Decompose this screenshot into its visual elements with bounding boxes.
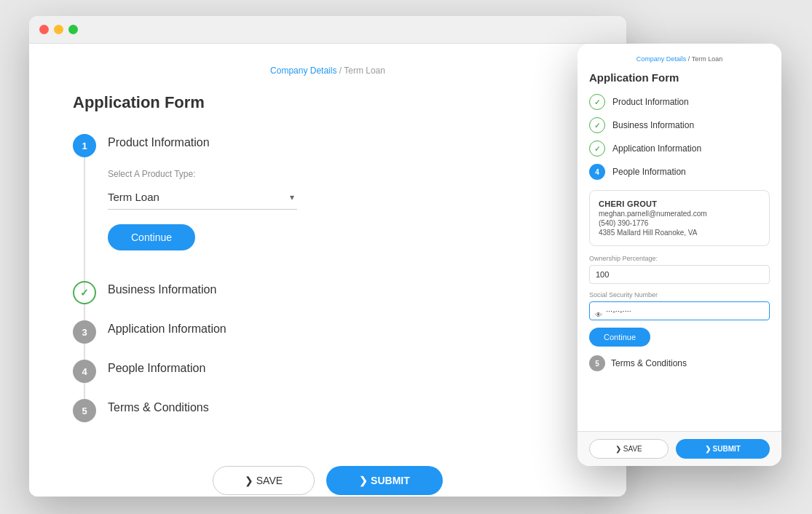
mobile-step-indicator-4: 4	[589, 164, 605, 180]
step-3: 3 Application Information	[73, 319, 583, 344]
mobile-page-title: Application Form	[589, 71, 770, 84]
mobile-step-label-1: Product Information	[612, 97, 689, 107]
mobile-submit-button[interactable]: ❯ SUBMIT	[676, 439, 770, 459]
bottom-buttons: ❯ SAVE ❯ SUBMIT	[73, 466, 583, 495]
step-indicator-5: 5	[73, 399, 96, 422]
person-address: 4385 Mallard Hill Roanoke, VA	[599, 229, 760, 237]
mobile-step-4: 4 People Information	[589, 164, 770, 180]
mobile-browser-window: Company Details / Term Loan Application …	[578, 44, 781, 466]
maximize-button[interactable]	[68, 25, 78, 34]
submit-button[interactable]: ❯ SUBMIT	[326, 466, 443, 495]
breadcrumb: Company Details / Term Loan	[73, 66, 583, 76]
step-title-5: Terms & Conditions	[108, 398, 209, 414]
product-type-select-wrapper: Term Loan Line of Credit SBA Loan ▾	[108, 185, 297, 210]
steps-container: 1 Product Information Select A Product T…	[73, 133, 583, 437]
mobile-breadcrumb: Company Details / Term Loan	[589, 55, 770, 63]
mobile-step-label-2: Business Information	[612, 120, 694, 130]
person-card[interactable]: CHERI GROUT meghan.parnell@numerated.com…	[589, 190, 770, 246]
mobile-breadcrumb-separator: /	[686, 55, 691, 63]
step-wrapper-2: ✓ Business Information	[73, 280, 583, 319]
step-4: 4 People Information	[73, 358, 583, 383]
mobile-step-5: 5 Terms & Conditions	[589, 355, 770, 371]
mobile-continue-button[interactable]: Continue	[589, 328, 650, 347]
mobile-step-label-4: People Information	[612, 167, 686, 177]
step-wrapper-4: 4 People Information	[73, 358, 583, 398]
eye-off-icon: 👁	[595, 311, 602, 319]
check-icon: ✓	[80, 287, 89, 298]
breadcrumb-separator: /	[336, 66, 344, 76]
browser-content: Company Details / Term Loan Application …	[29, 44, 626, 497]
step-2: ✓ Business Information	[73, 280, 583, 304]
mobile-step-indicator-2: ✓	[589, 117, 605, 133]
mobile-step-label-5: Terms & Conditions	[611, 358, 687, 368]
mobile-step-2: ✓ Business Information	[589, 117, 770, 133]
step-title-2: Business Information	[108, 280, 216, 296]
mobile-step-indicator-3: ✓	[589, 141, 605, 157]
mobile-content: Company Details / Term Loan Application …	[578, 44, 781, 431]
browser-titlebar	[29, 16, 626, 44]
breadcrumb-current: Term Loan	[344, 66, 385, 76]
product-type-select[interactable]: Term Loan Line of Credit SBA Loan	[108, 185, 297, 210]
step-title-3: Application Information	[108, 319, 226, 336]
desktop-browser-window: Company Details / Term Loan Application …	[29, 16, 626, 497]
mobile-breadcrumb-link[interactable]: Company Details	[636, 55, 687, 63]
step-wrapper-1: 1 Product Information Select A Product T…	[73, 133, 583, 280]
minimize-button[interactable]	[54, 25, 63, 34]
step-wrapper-3: 3 Application Information	[73, 319, 583, 358]
mobile-step-1: ✓ Product Information	[589, 94, 770, 110]
mobile-bottom-buttons: ❯ SAVE ❯ SUBMIT	[578, 431, 781, 466]
mobile-steps-container: ✓ Product Information ✓ Business Informa…	[589, 94, 770, 180]
ownership-input[interactable]	[589, 265, 770, 284]
step-indicator-3: 3	[73, 320, 96, 344]
step-indicator-1: 1	[73, 134, 96, 157]
step-5: 5 Terms & Conditions	[73, 398, 583, 422]
step-title-4: People Information	[108, 358, 205, 375]
step-title-1: Product Information	[108, 133, 210, 149]
person-email: meghan.parnell@numerated.com	[599, 210, 760, 218]
step-1-content: Select A Product Type: Term Loan Line of…	[108, 169, 583, 250]
mobile-step-indicator-1: ✓	[589, 94, 605, 110]
close-button[interactable]	[39, 25, 49, 34]
mobile-breadcrumb-current: Term Loan	[692, 55, 723, 63]
person-phone: (540) 390-1776	[599, 219, 760, 227]
step-1: 1 Product Information	[73, 133, 583, 157]
breadcrumb-link[interactable]: Company Details	[270, 66, 336, 76]
save-button[interactable]: ❯ SAVE	[213, 466, 315, 495]
mobile-step-label-3: Application Information	[612, 143, 701, 154]
traffic-lights	[39, 25, 78, 34]
step-indicator-2: ✓	[73, 281, 96, 304]
mobile-save-button[interactable]: ❯ SAVE	[589, 439, 669, 459]
mobile-step-indicator-5: 5	[589, 355, 605, 371]
person-name: CHERI GROUT	[599, 199, 760, 208]
mobile-step-3: ✓ Application Information	[589, 141, 770, 157]
continue-button[interactable]: Continue	[108, 224, 195, 250]
step-indicator-4: 4	[73, 360, 96, 383]
ssn-input-wrapper: 👁	[589, 301, 770, 328]
page-title: Application Form	[73, 93, 583, 112]
select-label: Select A Product Type:	[108, 169, 583, 179]
step-divider-1	[84, 157, 85, 294]
ssn-label: Social Security Number	[589, 291, 770, 298]
ssn-input[interactable]	[589, 301, 770, 320]
step-wrapper-5: 5 Terms & Conditions	[73, 398, 583, 437]
ownership-label: Ownership Percentage:	[589, 255, 770, 262]
